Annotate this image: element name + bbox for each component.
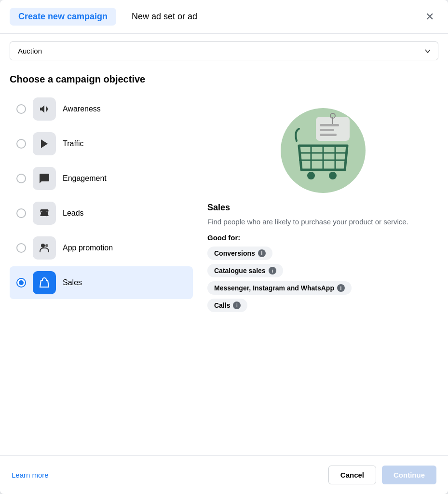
- leads-label: Leads: [63, 209, 84, 218]
- section-title: Choose a campaign objective: [0, 64, 448, 93]
- engagement-icon-box: [33, 167, 56, 190]
- buying-type-select[interactable]: Auction Reservation: [10, 41, 438, 60]
- tab-create-campaign[interactable]: Create new campaign: [10, 8, 116, 26]
- preview-description: Find people who are likely to purchase y…: [207, 217, 408, 227]
- sales-illustration-svg: [275, 97, 371, 194]
- traffic-label: Traffic: [63, 139, 84, 148]
- tags-container: Conversions i Catalogue sales i Messenge…: [207, 247, 352, 312]
- radio-engagement[interactable]: [16, 174, 26, 183]
- messenger-info-icon[interactable]: i: [337, 284, 345, 292]
- sales-label: Sales: [63, 278, 82, 287]
- tag-catalogue-sales-label: Catalogue sales: [214, 267, 266, 274]
- tag-calls: Calls i: [207, 299, 247, 312]
- app-promotion-icon-box: [33, 236, 56, 260]
- radio-sales[interactable]: [16, 278, 26, 288]
- traffic-icon: [39, 138, 50, 150]
- footer-buttons: Cancel Continue: [328, 466, 436, 484]
- catalogue-sales-info-icon[interactable]: i: [269, 267, 276, 274]
- cancel-button[interactable]: Cancel: [328, 466, 376, 484]
- svg-point-11: [307, 172, 315, 179]
- awareness-icon: [39, 103, 50, 115]
- svg-rect-17: [320, 129, 334, 131]
- radio-traffic[interactable]: [16, 139, 26, 149]
- svg-point-12: [329, 172, 337, 179]
- sales-icon-box: [33, 271, 56, 294]
- tag-calls-label: Calls: [214, 302, 230, 309]
- spacer: [0, 386, 448, 456]
- awareness-label: Awareness: [63, 105, 101, 113]
- svg-rect-18: [320, 134, 337, 136]
- leads-icon-box: [33, 202, 56, 225]
- conversions-info-icon[interactable]: i: [258, 249, 266, 257]
- close-button[interactable]: ✕: [421, 8, 438, 26]
- svg-rect-16: [320, 124, 339, 126]
- dropdown-row: Auction Reservation: [0, 34, 448, 64]
- radio-leads[interactable]: [16, 208, 26, 218]
- preview-good-for-label: Good for:: [207, 233, 240, 242]
- tag-catalogue-sales: Catalogue sales i: [207, 264, 283, 277]
- tag-messenger: Messenger, Instagram and WhatsApp i: [207, 281, 352, 295]
- tag-conversions-label: Conversions: [214, 249, 255, 257]
- app-promotion-icon: [39, 242, 50, 254]
- objective-app-promotion[interactable]: App promotion: [10, 232, 193, 264]
- objective-traffic[interactable]: Traffic: [10, 127, 193, 160]
- engagement-icon: [39, 173, 50, 184]
- sales-icon: [39, 277, 50, 288]
- modal-footer: Learn more Cancel Continue: [0, 455, 448, 494]
- objective-preview: Sales Find people who are likely to purc…: [207, 93, 438, 386]
- objectives-list: Awareness Traffic Engagement: [10, 93, 193, 386]
- tab-new-ad-set[interactable]: New ad set or ad: [128, 8, 201, 26]
- continue-button[interactable]: Continue: [382, 466, 436, 484]
- tag-conversions: Conversions i: [207, 247, 272, 260]
- radio-app-promotion[interactable]: [16, 243, 26, 253]
- learn-more-link[interactable]: Learn more: [12, 471, 49, 479]
- modal-header: Create new campaign New ad set or ad ✕: [0, 0, 448, 34]
- app-promotion-label: App promotion: [63, 244, 113, 252]
- objective-sales[interactable]: Sales: [10, 266, 193, 299]
- objective-engagement[interactable]: Engagement: [10, 162, 193, 195]
- svg-point-1: [41, 244, 45, 247]
- preview-illustration: [275, 97, 371, 194]
- svg-point-2: [45, 244, 48, 247]
- main-content: Awareness Traffic Engagement: [0, 93, 448, 386]
- preview-title: Sales: [207, 203, 230, 213]
- awareness-icon-box: [33, 97, 56, 121]
- engagement-label: Engagement: [63, 174, 107, 183]
- traffic-icon-box: [33, 132, 56, 155]
- tag-messenger-label: Messenger, Instagram and WhatsApp: [214, 284, 334, 292]
- objective-leads[interactable]: Leads: [10, 197, 193, 230]
- modal: Create new campaign New ad set or ad ✕ A…: [0, 0, 448, 494]
- objective-awareness[interactable]: Awareness: [10, 93, 193, 125]
- radio-awareness[interactable]: [16, 104, 26, 114]
- leads-icon: [39, 207, 50, 219]
- calls-info-icon[interactable]: i: [233, 302, 241, 309]
